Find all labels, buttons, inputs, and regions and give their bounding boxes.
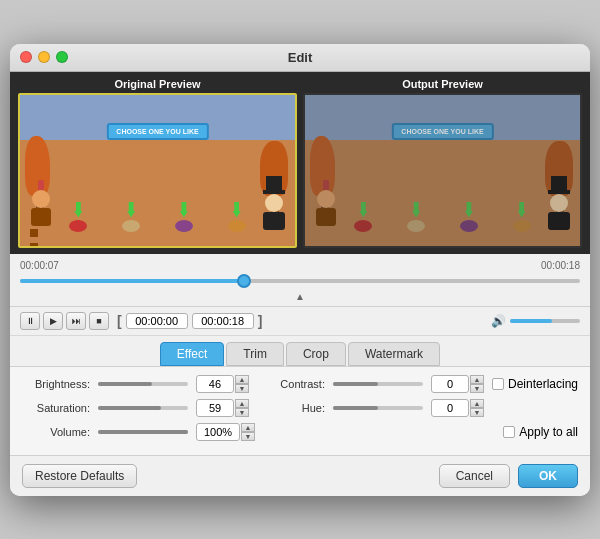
- saturation-stepper: ▲ ▼: [235, 399, 249, 417]
- volume-fill: [510, 319, 552, 323]
- hue-slider[interactable]: [333, 406, 423, 410]
- contrast-label: Contrast:: [257, 378, 325, 390]
- contrast-up[interactable]: ▲: [470, 375, 484, 384]
- maximize-button[interactable]: [56, 51, 68, 63]
- volume-up[interactable]: ▲: [241, 423, 255, 432]
- contrast-down[interactable]: ▼: [470, 384, 484, 393]
- timeline-fill: [20, 279, 244, 283]
- time-input-group: [ ]: [117, 313, 262, 329]
- hue-label: Hue:: [257, 402, 325, 414]
- contrast-slider[interactable]: [333, 382, 423, 386]
- scene-banner: CHOOSE ONE YOU LIKE: [106, 123, 208, 140]
- bracket-close: ]: [258, 313, 263, 329]
- brightness-slider[interactable]: [98, 382, 188, 386]
- saturation-up[interactable]: ▲: [235, 399, 249, 408]
- tab-trim[interactable]: Trim: [226, 342, 284, 366]
- timeline-handle[interactable]: [237, 274, 251, 288]
- saturation-fill: [98, 406, 161, 410]
- timeline-arrow: ▲: [20, 291, 580, 302]
- food-purple: [175, 220, 193, 232]
- brightness-stepper: ▲ ▼: [235, 375, 249, 393]
- brightness-down[interactable]: ▼: [235, 384, 249, 393]
- apply-all-checkbox[interactable]: [503, 426, 515, 438]
- arrow-3: [180, 202, 188, 218]
- brightness-input-group: ▲ ▼: [196, 375, 249, 393]
- brightness-label: Brightness:: [22, 378, 90, 390]
- next-frame-button[interactable]: ⏭: [66, 312, 86, 330]
- transport-area: ⏸ ▶ ⏭ ■ [ ] 🔊: [10, 307, 590, 336]
- out-arrow-1: [359, 202, 367, 218]
- window-controls: [20, 51, 68, 63]
- trim-start-input[interactable]: [126, 313, 188, 329]
- original-preview-panel: Original Preview CHOOSE ONE YOU LIKE: [18, 78, 297, 248]
- stop-button[interactable]: ■: [89, 312, 109, 330]
- tab-crop[interactable]: Crop: [286, 342, 346, 366]
- output-food-row: [337, 220, 548, 232]
- food-red: [69, 220, 87, 232]
- hue-down[interactable]: ▼: [470, 408, 484, 417]
- timeline-times: 00:00:07 00:00:18: [20, 260, 580, 271]
- volume-slider[interactable]: [510, 319, 580, 323]
- original-scene: CHOOSE ONE YOU LIKE: [20, 95, 295, 246]
- minimize-button[interactable]: [38, 51, 50, 63]
- window-title: Edit: [288, 50, 313, 65]
- bottom-right-buttons: Cancel OK: [439, 464, 578, 488]
- arrow-2: [127, 202, 135, 218]
- output-preview-frame: CHOOSE ONE YOU LIKE: [303, 93, 582, 248]
- trim-end-input[interactable]: [192, 313, 254, 329]
- apply-all-label: Apply to all: [519, 425, 578, 439]
- hue-input[interactable]: [431, 399, 469, 417]
- out-food-orange: [513, 220, 531, 232]
- volume-input-group: ▲ ▼: [196, 423, 255, 441]
- restore-defaults-button[interactable]: Restore Defaults: [22, 464, 137, 488]
- bracket-open: [: [117, 313, 122, 329]
- output-preview-panel: Output Preview CHOOSE ONE YOU LIKE: [303, 78, 582, 248]
- out-pilgrim-character: [546, 176, 572, 232]
- native-character: [28, 180, 54, 232]
- tab-effect[interactable]: Effect: [160, 342, 224, 366]
- timeline-start-time: 00:00:07: [20, 260, 59, 271]
- cancel-button[interactable]: Cancel: [439, 464, 510, 488]
- saturation-down[interactable]: ▼: [235, 408, 249, 417]
- contrast-fill: [333, 382, 378, 386]
- volume-ctrl-slider[interactable]: [98, 430, 188, 434]
- deinterlacing-label: Deinterlacing: [508, 377, 578, 391]
- arrow-row: [52, 202, 263, 218]
- apply-all-group: Apply to all: [503, 425, 578, 439]
- saturation-input[interactable]: [196, 399, 234, 417]
- ok-button[interactable]: OK: [518, 464, 578, 488]
- contrast-input[interactable]: [431, 375, 469, 393]
- tabs-area: Effect Trim Crop Watermark: [10, 336, 590, 366]
- original-preview-label: Original Preview: [18, 78, 297, 90]
- play-button[interactable]: ▶: [43, 312, 63, 330]
- out-native-character: [313, 180, 339, 232]
- volume-ctrl-fill: [98, 430, 188, 434]
- tab-watermark[interactable]: Watermark: [348, 342, 440, 366]
- saturation-slider[interactable]: [98, 406, 188, 410]
- deinterlace-group: Deinterlacing: [492, 377, 578, 391]
- saturation-row: Saturation: ▲ ▼ Hue: ▲ ▼: [22, 399, 578, 417]
- output-scene-banner: CHOOSE ONE YOU LIKE: [391, 123, 493, 140]
- pause-button[interactable]: ⏸: [20, 312, 40, 330]
- timeline-track[interactable]: [20, 279, 580, 283]
- close-button[interactable]: [20, 51, 32, 63]
- deinterlacing-checkbox[interactable]: [492, 378, 504, 390]
- volume-input[interactable]: [196, 423, 240, 441]
- output-arrow-row: [337, 202, 548, 218]
- out-arrow-2: [412, 202, 420, 218]
- hue-up[interactable]: ▲: [470, 399, 484, 408]
- contrast-stepper: ▲ ▼: [470, 375, 484, 393]
- arrow-4: [233, 202, 241, 218]
- timeline-bar-container[interactable]: [20, 273, 580, 289]
- pilgrim-character: [261, 176, 287, 232]
- arrow-1: [74, 202, 82, 218]
- original-preview-frame: CHOOSE ONE YOU LIKE: [18, 93, 297, 248]
- hue-input-group: ▲ ▼: [431, 399, 484, 417]
- volume-down[interactable]: ▼: [241, 432, 255, 441]
- brightness-input[interactable]: [196, 375, 234, 393]
- volume-group: 🔊: [491, 314, 580, 328]
- out-arrow-4: [518, 202, 526, 218]
- transport-buttons: ⏸ ▶ ⏭ ■: [20, 312, 109, 330]
- titlebar: Edit: [10, 44, 590, 72]
- brightness-up[interactable]: ▲: [235, 375, 249, 384]
